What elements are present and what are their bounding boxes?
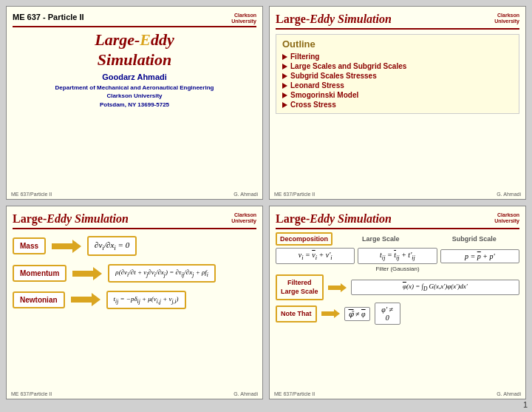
note-eq2: φ' ≠ 0 (375, 303, 400, 325)
clarkson-logo-1: Clarkson University (231, 13, 256, 24)
filtered-large-scale-label: FilteredLarge Scale (276, 274, 324, 300)
outline-title: Outline (282, 38, 513, 50)
newtonian-arrow (71, 293, 100, 306)
outline-item-2: Large Scales and Subgrid Scales (282, 61, 513, 71)
newtonian-label: Newtonian (13, 291, 65, 308)
outline-item-4: Leonard Stress (282, 81, 513, 90)
outline-item-3: Subgrid Scales Stresses (282, 71, 513, 81)
filter-equation: φ(x) = ∫D G(x,x')φ(x')dx' (351, 280, 519, 295)
page-number: 1 (523, 400, 528, 409)
velocity-decomp: vi = vi + v'i (276, 248, 355, 264)
outline-box: Outline Filtering Large Scales and Subgr… (276, 34, 519, 114)
mass-arrow (52, 240, 81, 253)
slide2-footer-right: G. Ahmadi (497, 192, 521, 197)
momentum-label: Momentum (13, 265, 66, 282)
slide-2: Large-Eddy Simulation Clarkson Universit… (269, 6, 526, 200)
arrow-icon-5 (282, 92, 287, 98)
note-eq1: φ̄ ≠ φ (344, 307, 370, 321)
slide1-author: Goodarz Ahmadi (13, 72, 256, 81)
note-that-label: Note That (276, 305, 317, 323)
momentum-row: Momentum ρ(∂vi/∂t + vj∂vi/∂xj) = ∂τij/∂x… (13, 262, 256, 285)
slide-1: ME 637 - Particle II Clarkson University… (6, 6, 263, 200)
pressure-decomp: p = p + p' (440, 249, 519, 263)
slide3-title: Large-Eddy Simulation (13, 212, 129, 226)
clarkson-logo-3: Clarkson University (231, 212, 256, 223)
outline-item-6: Cross Stress (282, 100, 513, 109)
slide4-footer-left: ME 637/Particle II (274, 391, 315, 396)
momentum-arrow (72, 267, 102, 280)
outline-item-1: Filtering (282, 52, 513, 61)
clarkson-logo-4: Clarkson University (494, 212, 519, 223)
slide1-dept: Department of Mechanical and Aeronautica… (13, 84, 256, 109)
newtonian-equation: tij = −pδij + μ(vi,j + vj,i) (106, 291, 186, 309)
arrow-icon-3 (282, 73, 287, 79)
arrow-icon-2 (282, 64, 287, 70)
slide2-title: Large-Eddy Simulation (276, 13, 392, 26)
slide-4: Large-Eddy Simulation Clarkson Universit… (269, 206, 526, 399)
filtered-arrow (328, 283, 347, 293)
slide-3: Large-Eddy Simulation Clarkson Universit… (6, 206, 263, 399)
stress-decomp: tij = tij + t'ij (358, 248, 437, 264)
mass-label: Mass (13, 237, 46, 254)
clarkson-logo-2: Clarkson University (494, 13, 519, 24)
slide2-footer-left: ME 637/Particle II (274, 192, 315, 197)
slide4-title: Large-Eddy Simulation (276, 212, 392, 226)
slide1-footer-left: ME 637/Particle II (11, 192, 52, 197)
arrow-icon-6 (282, 102, 287, 108)
slide3-footer-right: G. Ahmadi (233, 391, 258, 396)
mass-equation: ∂vi/∂xi = 0 (87, 236, 137, 256)
subgrid-scale-label: Subgrid Scale (429, 235, 520, 243)
filter-label: Filter (Gaussian) (276, 266, 519, 272)
decomp-label: Decomposition (276, 232, 332, 246)
slide3-footer-left: ME 637/Particle II (11, 391, 52, 396)
arrow-icon-1 (282, 54, 287, 60)
arrow-icon-4 (282, 83, 287, 89)
momentum-equation: ρ(∂vi/∂t + vj∂vi/∂xj) = ∂τij/∂xj + ρfi (108, 264, 216, 283)
mass-row: Mass ∂vi/∂xi = 0 (13, 234, 256, 258)
filtered-row: FilteredLarge Scale φ(x) = ∫D G(x,x')φ(x… (276, 274, 519, 300)
slide1-main-title: Large-Eddy Simulation (13, 30, 256, 70)
course-title: ME 637 - Particle II (13, 13, 84, 21)
note-arrow (321, 308, 340, 319)
note-row: Note That φ̄ ≠ φ φ' ≠ 0 (276, 303, 519, 325)
large-scale-label: Large Scale (335, 235, 426, 243)
slide4-footer-right: G. Ahmadi (497, 391, 521, 396)
outline-item-5: Smogorinski Model (282, 90, 513, 100)
newtonian-row: Newtonian tij = −pδij + μ(vi,j + vj,i) (13, 288, 256, 311)
slide1-footer-right: G. Ahmadi (233, 192, 258, 197)
